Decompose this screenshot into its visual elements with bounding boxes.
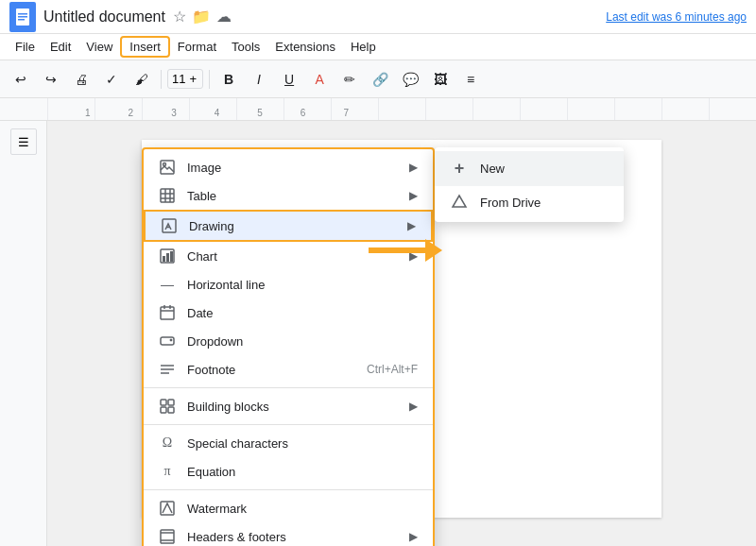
watermark-icon xyxy=(159,500,176,517)
divider-1 xyxy=(144,387,433,388)
menu-item-horizontal-line[interactable]: — Horizontal line xyxy=(144,270,433,299)
svg-rect-15 xyxy=(170,251,173,262)
image-button[interactable]: 🖼 xyxy=(427,66,454,93)
last-edit: Last edit was 6 minutes ago xyxy=(606,10,747,24)
watermark-label: Watermark xyxy=(187,502,418,516)
italic-button[interactable]: I xyxy=(246,66,272,93)
building-blocks-label: Building blocks xyxy=(187,400,398,414)
divider-3 xyxy=(144,489,433,490)
menu-edit[interactable]: Edit xyxy=(43,38,78,56)
underline-button[interactable]: U xyxy=(276,66,302,93)
menu-item-footnote[interactable]: Footnote Ctrl+Alt+F xyxy=(144,355,433,384)
submenu-from-drive[interactable]: From Drive xyxy=(435,186,624,218)
dropdown-label: Dropdown xyxy=(187,334,418,349)
dropdown-icon xyxy=(159,333,176,350)
menu-item-watermark[interactable]: Watermark xyxy=(144,494,433,522)
menu-view[interactable]: View xyxy=(78,38,120,56)
table-icon xyxy=(159,187,176,204)
svg-rect-26 xyxy=(161,400,166,405)
chart-arrow: ▶ xyxy=(409,249,418,263)
footnote-icon xyxy=(159,361,176,378)
menu-file[interactable]: File xyxy=(8,38,43,56)
building-blocks-arrow: ▶ xyxy=(409,400,418,413)
drive-icon xyxy=(450,194,469,211)
headers-footers-icon xyxy=(159,528,176,545)
drawing-submenu[interactable]: + New From Drive xyxy=(435,147,624,222)
headers-footers-arrow: ▶ xyxy=(409,530,418,543)
align-button[interactable]: ≡ xyxy=(457,66,484,93)
svg-rect-28 xyxy=(161,407,166,413)
drawing-arrow: ▶ xyxy=(407,219,416,232)
title-bar: Untitled document ☆ 📁 ☁ Last edit was 6 … xyxy=(0,0,756,34)
redo-button[interactable]: ↪ xyxy=(38,66,64,93)
main-area: ☰ | Image ▶ xyxy=(0,121,756,546)
font-size-plus[interactable]: + xyxy=(187,72,198,86)
menu-bar: File Edit View Insert Format Tools Exten… xyxy=(0,34,756,60)
building-blocks-icon xyxy=(159,398,176,415)
menu-item-drawing[interactable]: Drawing ▶ xyxy=(144,210,433,242)
font-size-value: 11 xyxy=(172,72,185,86)
menu-extensions[interactable]: Extensions xyxy=(267,38,343,56)
equation-label: Equation xyxy=(187,465,418,479)
menu-item-date[interactable]: Date xyxy=(144,299,433,327)
outline-toggle[interactable]: ☰ xyxy=(10,128,37,155)
menu-item-image[interactable]: Image ▶ xyxy=(144,153,433,181)
date-label: Date xyxy=(187,306,418,320)
menu-item-headers-footers[interactable]: Headers & footers ▶ xyxy=(144,522,433,546)
svg-rect-27 xyxy=(168,400,174,405)
menu-format[interactable]: Format xyxy=(170,38,224,56)
image-arrow: ▶ xyxy=(409,161,418,174)
text-color-button[interactable]: A xyxy=(306,66,333,93)
font-size-control[interactable]: 11 + xyxy=(167,69,203,89)
menu-item-equation[interactable]: π Equation xyxy=(144,457,433,486)
drawing-label: Drawing xyxy=(189,219,396,233)
insert-menu[interactable]: Image ▶ Table ▶ xyxy=(142,147,435,546)
svg-rect-31 xyxy=(161,530,174,543)
footnote-label: Footnote xyxy=(187,363,355,377)
sidebar: ☰ xyxy=(0,121,47,546)
paint-format-button[interactable]: 🖌 xyxy=(129,66,155,93)
ruler-marks: 1 2 3 4 5 6 7 xyxy=(47,98,756,120)
equation-icon: π xyxy=(159,463,176,480)
spell-check-button[interactable]: ✓ xyxy=(98,66,125,93)
table-arrow: ▶ xyxy=(409,189,418,202)
chart-label: Chart xyxy=(187,249,398,264)
undo-button[interactable]: ↩ xyxy=(8,66,34,93)
folder-icon[interactable]: 📁 xyxy=(192,8,211,26)
from-drive-label: From Drive xyxy=(480,196,541,210)
footnote-shortcut: Ctrl+Alt+F xyxy=(367,363,418,376)
horizontal-line-label: Horizontal line xyxy=(187,278,418,292)
svg-rect-1 xyxy=(18,13,27,15)
svg-rect-3 xyxy=(18,19,25,21)
divider-2 xyxy=(144,424,433,425)
horizontal-line-icon: — xyxy=(159,276,176,293)
toolbar-sep-2 xyxy=(209,70,210,89)
svg-rect-13 xyxy=(163,256,165,262)
menu-item-chart[interactable]: Chart ▶ xyxy=(144,242,433,270)
menu-item-table[interactable]: Table ▶ xyxy=(144,181,433,210)
bold-button[interactable]: B xyxy=(215,66,242,93)
menu-tools[interactable]: Tools xyxy=(224,38,267,56)
menu-help[interactable]: Help xyxy=(343,38,384,56)
svg-rect-2 xyxy=(18,16,27,18)
toolbar-sep-1 xyxy=(161,70,162,89)
menu-item-dropdown[interactable]: Dropdown xyxy=(144,327,433,355)
menu-item-special-characters[interactable]: Ω Special characters xyxy=(144,429,433,457)
date-icon xyxy=(159,304,176,321)
comment-button[interactable]: 💬 xyxy=(397,66,423,93)
submenu-new[interactable]: + New xyxy=(435,151,624,186)
new-icon: + xyxy=(450,159,469,179)
drawing-icon xyxy=(161,217,178,234)
menu-item-building-blocks[interactable]: Building blocks ▶ xyxy=(144,392,433,420)
print-button[interactable]: 🖨 xyxy=(68,66,94,93)
svg-rect-6 xyxy=(161,189,174,202)
new-label: New xyxy=(480,162,505,176)
link-button[interactable]: 🔗 xyxy=(367,66,393,93)
star-icon[interactable]: ☆ xyxy=(173,8,186,26)
toolbar: ↩ ↪ 🖨 ✓ 🖌 11 + B I U A ✏ 🔗 💬 🖼 ≡ xyxy=(0,60,756,98)
menu-insert[interactable]: Insert xyxy=(120,36,170,58)
highlight-button[interactable]: ✏ xyxy=(336,66,363,93)
cloud-icon[interactable]: ☁ xyxy=(216,8,232,26)
ruler: 1 2 3 4 5 6 7 xyxy=(0,98,756,121)
special-chars-icon: Ω xyxy=(159,435,176,452)
